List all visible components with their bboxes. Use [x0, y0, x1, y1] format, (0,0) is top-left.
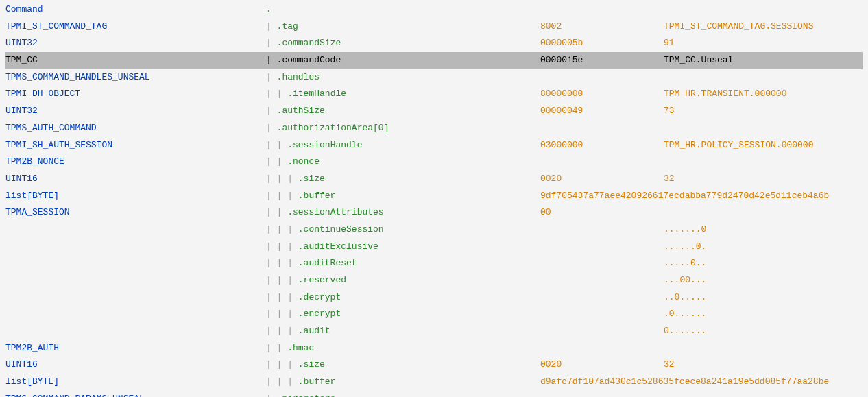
decoded-cell: 32	[664, 357, 675, 374]
hex-cell: 9df705437a77aee420926617ecdabba779d2470d…	[540, 188, 829, 205]
table-row[interactable]: | | | .audit0.......	[5, 323, 863, 340]
decoded-cell: ......0.	[664, 239, 706, 256]
field-cell: | | | .buffer	[266, 188, 540, 205]
hex-cell: 03000000	[540, 137, 664, 154]
table-row[interactable]: TPMS_COMMAND_HANDLES_UNSEAL| .handles	[5, 69, 863, 86]
decoded-cell: 91	[664, 35, 675, 52]
type-cell: TPM2B_AUTH	[5, 340, 266, 357]
decoded-cell: 32	[664, 171, 675, 188]
field-cell: | | | .buffer	[266, 374, 540, 391]
hex-cell: 8002	[540, 19, 664, 36]
table-row[interactable]: | | | .reserved...00...	[5, 272, 863, 289]
type-cell: TPMA_SESSION	[5, 204, 266, 221]
field-cell: | | .sessionAttributes	[266, 204, 540, 221]
table-row[interactable]: UINT16| | | .size002032	[5, 357, 863, 374]
type-cell: TPMS_COMMAND_PARAMS_UNSEAL	[5, 391, 266, 397]
type-cell: TPM2B_NONCE	[5, 154, 266, 171]
field-cell: | .authSize	[266, 103, 540, 120]
hex-cell: 80000000	[540, 86, 664, 103]
tpm-decode-table: Command.TPMI_ST_COMMAND_TAG| .tag8002TPM…	[5, 1, 863, 397]
field-cell: | | | .auditExclusive	[266, 239, 540, 256]
field-cell: | | | .decrypt	[266, 289, 540, 306]
field-cell: | | | .size	[266, 357, 540, 374]
table-row[interactable]: TPMS_AUTH_COMMAND| .authorizationArea[0]	[5, 120, 863, 137]
type-cell: TPMI_SH_AUTH_SESSION	[5, 137, 266, 154]
table-row[interactable]: UINT32| .authSize0000004973	[5, 103, 863, 120]
field-cell: | | | .audit	[266, 323, 540, 340]
type-cell: TPMI_DH_OBJECT	[5, 86, 266, 103]
field-cell: | | | .encrypt	[266, 306, 540, 323]
table-row[interactable]: UINT16| | | .size002032	[5, 171, 863, 188]
table-row[interactable]: Command.	[5, 1, 863, 19]
field-cell: | .commandSize	[266, 35, 540, 52]
decoded-cell: .......0	[664, 221, 706, 239]
hex-cell: 0000005b	[540, 35, 664, 52]
field-cell: | | | .reserved	[266, 272, 540, 289]
field-cell: | | .nonce	[266, 154, 540, 171]
table-row[interactable]: TPMI_DH_OBJECT| | .itemHandle80000000TPM…	[5, 86, 863, 103]
hex-cell: 00	[540, 204, 664, 221]
table-row[interactable]: TPM2B_NONCE| | .nonce	[5, 154, 863, 171]
decoded-cell: TPM_HR.POLICY_SESSION.000000	[664, 137, 813, 154]
table-row[interactable]: TPMA_SESSION| | .sessionAttributes00	[5, 204, 863, 221]
type-cell: list[BYTE]	[5, 374, 266, 391]
table-row[interactable]: | | | .encrypt.0......	[5, 306, 863, 323]
type-cell: list[BYTE]	[5, 188, 266, 205]
field-cell: .	[266, 1, 540, 19]
type-cell: TPM_CC	[5, 52, 266, 69]
type-cell: UINT32	[5, 103, 266, 120]
table-row[interactable]: | | | .continueSession.......0	[5, 221, 863, 239]
table-row[interactable]: TPMS_COMMAND_PARAMS_UNSEAL| .parameters	[5, 391, 863, 397]
field-cell: | | .itemHandle	[266, 86, 540, 103]
type-cell: UINT16	[5, 171, 266, 188]
hex-cell: 0000015e	[540, 52, 664, 69]
field-cell: | | .sessionHandle	[266, 137, 540, 154]
hex-cell: 0020	[540, 357, 664, 374]
field-cell: | .tag	[266, 19, 540, 36]
table-row[interactable]: list[BYTE]| | | .buffer9df705437a77aee42…	[5, 188, 863, 205]
hex-cell: 0020	[540, 171, 664, 188]
type-cell: TPMI_ST_COMMAND_TAG	[5, 19, 266, 36]
decoded-cell: 73	[664, 103, 675, 120]
field-cell: | | .hmac	[266, 340, 540, 357]
type-cell: TPMS_COMMAND_HANDLES_UNSEAL	[5, 69, 266, 86]
decoded-cell: ...00...	[664, 272, 706, 289]
table-row[interactable]: TPM_CC| .commandCode0000015eTPM_CC.Unsea…	[5, 52, 863, 69]
table-row[interactable]: | | | .decrypt..0.....	[5, 289, 863, 306]
type-cell: UINT16	[5, 357, 266, 374]
decoded-cell: TPM_HR.TRANSIENT.000000	[664, 86, 786, 103]
table-row[interactable]: UINT32| .commandSize0000005b91	[5, 35, 863, 52]
decoded-cell: .....0..	[664, 255, 706, 272]
field-cell: | | | .size	[266, 171, 540, 188]
field-cell: | .handles	[266, 69, 540, 86]
type-cell: TPMS_AUTH_COMMAND	[5, 120, 266, 137]
table-row[interactable]: TPMI_ST_COMMAND_TAG| .tag8002TPMI_ST_COM…	[5, 19, 863, 36]
table-row[interactable]: | | | .auditReset.....0..	[5, 255, 863, 272]
table-row[interactable]: | | | .auditExclusive......0.	[5, 239, 863, 256]
decoded-cell: ..0.....	[664, 289, 706, 306]
field-cell: | | | .continueSession	[266, 221, 540, 239]
field-cell: | .commandCode	[266, 52, 540, 69]
table-row[interactable]: TPM2B_AUTH| | .hmac	[5, 340, 863, 357]
field-cell: | .authorizationArea[0]	[266, 120, 540, 137]
decoded-cell: .0......	[664, 306, 706, 323]
type-cell: UINT32	[5, 35, 266, 52]
table-row[interactable]: TPMI_SH_AUTH_SESSION| | .sessionHandle03…	[5, 137, 863, 154]
hex-cell: 00000049	[540, 103, 664, 120]
type-cell: Command	[5, 1, 266, 19]
field-cell: | .parameters	[266, 391, 540, 397]
field-cell: | | | .auditReset	[266, 255, 540, 272]
decoded-cell: 0.......	[664, 323, 706, 340]
hex-cell: d9afc7df107ad430c1c528635fcece8a241a19e5…	[540, 374, 829, 391]
decoded-cell: TPMI_ST_COMMAND_TAG.SESSIONS	[664, 19, 813, 36]
decoded-cell: TPM_CC.Unseal	[664, 52, 733, 69]
table-row[interactable]: list[BYTE]| | | .bufferd9afc7df107ad430c…	[5, 374, 863, 391]
